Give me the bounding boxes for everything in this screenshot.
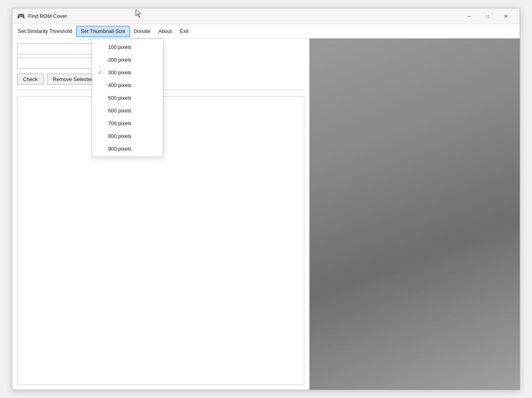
minimize-button[interactable]: ─	[460, 10, 478, 23]
main-window: 🎮 Find ROM Cover ─ □ ✕ Set Similarity Th…	[12, 8, 520, 390]
image-folder-input[interactable]	[17, 58, 97, 69]
close-button[interactable]: ✕	[497, 10, 515, 23]
menu-item-exit[interactable]: Exit	[176, 26, 192, 37]
menu-item-about[interactable]: About	[154, 26, 176, 37]
check-button[interactable]: Check	[17, 73, 44, 85]
title-bar: 🎮 Find ROM Cover ─ □ ✕	[12, 8, 520, 24]
menu-item-thumbnail[interactable]: Set Thumbnail Size	[76, 26, 130, 37]
thumbnail-100px[interactable]: 100 pixels	[92, 41, 163, 53]
thumbnail-400px[interactable]: 400 pixels	[92, 79, 163, 91]
rom-folder-input[interactable]	[17, 43, 97, 54]
window-controls: ─ □ ✕	[460, 10, 515, 23]
app-icon: 🎮	[17, 12, 25, 20]
thumbnail-600px[interactable]: 600 pixels	[92, 104, 163, 117]
thumbnail-500px[interactable]: 500 pixels	[92, 91, 163, 104]
menu-item-donate[interactable]: Donate	[130, 26, 155, 37]
window-title: Find ROM Cover	[28, 13, 460, 19]
main-content: Browse ROM Folder Browse Image Folder Ch…	[12, 39, 520, 390]
thumbnail-size-dropdown: 100 pixels 200 pixels ✓ 300 pixels 400 p…	[92, 39, 163, 157]
menu-bar: Set Similarity Threshold Set Thumbnail S…	[12, 24, 520, 39]
image-preview-panel	[309, 39, 520, 390]
checkmark-icon: ✓	[98, 70, 102, 75]
thumbnail-900px[interactable]: 900 pixels	[92, 142, 163, 155]
menu-item-similarity[interactable]: Set Similarity Threshold	[14, 26, 76, 37]
thumbnail-700px[interactable]: 700 pixels	[92, 117, 163, 129]
maximize-button[interactable]: □	[478, 10, 497, 23]
thumbnail-200px[interactable]: 200 pixels	[92, 53, 163, 66]
thumbnail-300px[interactable]: ✓ 300 pixels	[92, 66, 163, 79]
thumbnail-800px[interactable]: 800 pixels	[92, 129, 163, 142]
